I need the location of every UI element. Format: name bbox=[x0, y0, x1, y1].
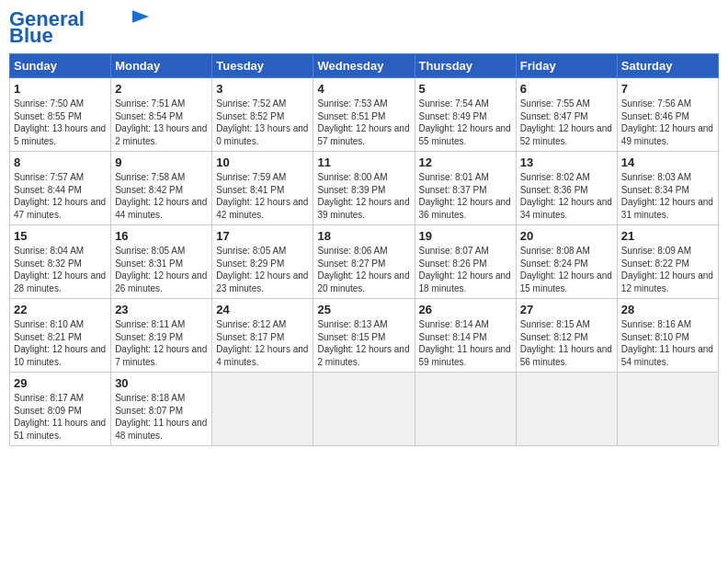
logo-icon bbox=[132, 10, 149, 23]
weekday-header: Thursday bbox=[415, 54, 516, 78]
calendar-cell: 14Sunrise: 8:03 AMSunset: 8:34 PMDayligh… bbox=[617, 152, 718, 225]
logo: General Blue bbox=[9, 9, 149, 46]
weekday-header: Tuesday bbox=[212, 54, 313, 78]
calendar-cell: 22Sunrise: 8:10 AMSunset: 8:21 PMDayligh… bbox=[10, 299, 111, 373]
weekday-header: Wednesday bbox=[313, 54, 415, 78]
weekday-header: Monday bbox=[111, 54, 212, 78]
calendar-cell: 19Sunrise: 8:07 AMSunset: 8:26 PMDayligh… bbox=[415, 225, 516, 299]
calendar-cell: 9Sunrise: 7:58 AMSunset: 8:42 PMDaylight… bbox=[111, 152, 212, 225]
calendar-cell: 8Sunrise: 7:57 AMSunset: 8:44 PMDaylight… bbox=[10, 152, 111, 225]
weekday-header: Saturday bbox=[617, 54, 718, 78]
calendar-cell: 25Sunrise: 8:13 AMSunset: 8:15 PMDayligh… bbox=[313, 299, 415, 373]
calendar-cell: 7Sunrise: 7:56 AMSunset: 8:46 PMDaylight… bbox=[617, 78, 718, 152]
calendar-cell: 28Sunrise: 8:16 AMSunset: 8:10 PMDayligh… bbox=[617, 299, 718, 373]
calendar-cell bbox=[313, 373, 415, 446]
calendar-cell: 27Sunrise: 8:15 AMSunset: 8:12 PMDayligh… bbox=[516, 299, 617, 373]
calendar-cell: 23Sunrise: 8:11 AMSunset: 8:19 PMDayligh… bbox=[111, 299, 212, 373]
calendar-cell: 12Sunrise: 8:01 AMSunset: 8:37 PMDayligh… bbox=[415, 152, 516, 225]
logo-blue: Blue bbox=[9, 26, 53, 46]
calendar-cell: 5Sunrise: 7:54 AMSunset: 8:49 PMDaylight… bbox=[415, 78, 516, 152]
weekday-header: Sunday bbox=[10, 54, 111, 78]
calendar-cell: 18Sunrise: 8:06 AMSunset: 8:27 PMDayligh… bbox=[313, 225, 415, 299]
calendar-cell bbox=[516, 373, 617, 446]
calendar-cell: 29Sunrise: 8:17 AMSunset: 8:09 PMDayligh… bbox=[10, 373, 111, 446]
calendar-cell: 26Sunrise: 8:14 AMSunset: 8:14 PMDayligh… bbox=[415, 299, 516, 373]
calendar-cell: 16Sunrise: 8:05 AMSunset: 8:31 PMDayligh… bbox=[111, 225, 212, 299]
calendar-cell bbox=[212, 373, 313, 446]
calendar-cell: 30Sunrise: 8:18 AMSunset: 8:07 PMDayligh… bbox=[111, 373, 212, 446]
calendar-cell: 11Sunrise: 8:00 AMSunset: 8:39 PMDayligh… bbox=[313, 152, 415, 225]
calendar-table: SundayMondayTuesdayWednesdayThursdayFrid… bbox=[9, 53, 719, 446]
calendar-cell: 10Sunrise: 7:59 AMSunset: 8:41 PMDayligh… bbox=[212, 152, 313, 225]
calendar-cell: 15Sunrise: 8:04 AMSunset: 8:32 PMDayligh… bbox=[10, 225, 111, 299]
calendar-cell bbox=[617, 373, 718, 446]
weekday-header: Friday bbox=[516, 54, 617, 78]
calendar-cell: 2Sunrise: 7:51 AMSunset: 8:54 PMDaylight… bbox=[111, 78, 212, 152]
calendar-cell: 24Sunrise: 8:12 AMSunset: 8:17 PMDayligh… bbox=[212, 299, 313, 373]
calendar-cell bbox=[415, 373, 516, 446]
calendar-cell: 17Sunrise: 8:05 AMSunset: 8:29 PMDayligh… bbox=[212, 225, 313, 299]
calendar-cell: 21Sunrise: 8:09 AMSunset: 8:22 PMDayligh… bbox=[617, 225, 718, 299]
calendar-cell: 13Sunrise: 8:02 AMSunset: 8:36 PMDayligh… bbox=[516, 152, 617, 225]
svg-marker-0 bbox=[132, 10, 149, 23]
calendar-cell: 1Sunrise: 7:50 AMSunset: 8:55 PMDaylight… bbox=[10, 78, 111, 152]
page-header: General Blue bbox=[9, 9, 719, 46]
calendar-cell: 6Sunrise: 7:55 AMSunset: 8:47 PMDaylight… bbox=[516, 78, 617, 152]
calendar-cell: 4Sunrise: 7:53 AMSunset: 8:51 PMDaylight… bbox=[313, 78, 415, 152]
calendar-cell: 3Sunrise: 7:52 AMSunset: 8:52 PMDaylight… bbox=[212, 78, 313, 152]
calendar-cell: 20Sunrise: 8:08 AMSunset: 8:24 PMDayligh… bbox=[516, 225, 617, 299]
